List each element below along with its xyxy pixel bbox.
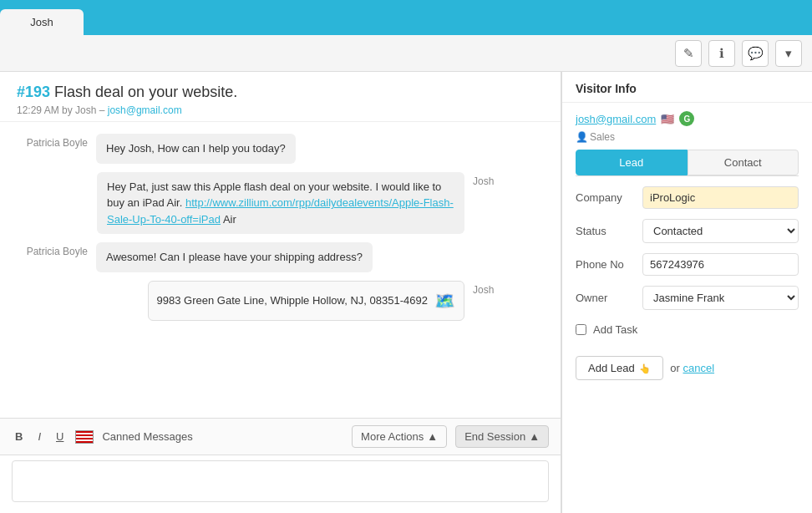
deal-link[interactable]: http://www.zillium.com/rpp/dailydealeven… [107,196,454,226]
more-actions-label: More Actions [361,430,424,443]
add-lead-button[interactable]: Add Lead 👆 [576,356,663,380]
more-actions-icon: ▲ [427,430,438,443]
company-input[interactable] [642,186,799,209]
visitor-tabs: Lead Contact [576,150,799,176]
chat-email-link[interactable]: josh@gmail.com [108,104,182,116]
info-icon: ℹ [719,46,724,61]
browser-icon: G [679,111,694,126]
lead-form: Company Status New Open Contacted Qualif… [562,186,812,387]
message-row: Josh Hey Pat, just saw this Apple flash … [17,172,544,235]
chat-messages: Patricia Boyle Hey Josh, How can I help … [0,122,561,418]
end-session-button[interactable]: End Session ▲ [455,425,549,448]
sender-name: Patricia Boyle [17,134,88,149]
add-task-row: Add Task [576,320,799,339]
end-session-icon: ▲ [529,430,540,443]
message-row: Patricia Boyle Awesome! Can I please hav… [17,242,544,272]
owner-label: Owner [576,292,642,304]
visitor-tag: 👤 Sales [576,131,615,143]
address-icon: 🗺️ [434,288,455,313]
or-text: or cancel [670,362,714,374]
bold-button[interactable]: B [12,429,26,444]
add-task-label: Add Task [593,323,637,336]
owner-row: Owner Jasmine Frank John Smith [576,286,799,310]
flag-icon: 🇺🇸 [661,113,674,125]
chat-subject: Flash deal on your website. [54,84,237,100]
owner-select[interactable]: Jasmine Frank John Smith [642,286,799,310]
ticket-number: #193 [17,84,50,100]
status-row: Status New Open Contacted Qualified Unqu… [576,219,799,243]
message-row: Patricia Boyle Hey Josh, How can I help … [17,134,544,164]
status-label: Status [576,225,642,237]
chat-title: #193 Flash deal on your website. [17,84,544,101]
message-bubble: Awesome! Can I please have your shipping… [96,242,373,272]
visitor-info-header: Visitor Info [562,72,812,103]
icon-bar: ✎ ℹ 💬 ▾ [0,35,812,72]
message-bubble: Hey Josh, How can I help you today? [96,134,296,164]
chat-input-area [0,455,561,513]
visitor-email-row: josh@gmail.com 🇺🇸 G [562,103,812,130]
sender-name: Josh [473,281,544,296]
chat-icon-button[interactable]: 💬 [742,40,769,67]
phone-label: Phone No [576,258,642,271]
canned-messages-button[interactable]: Canned Messages [102,430,192,443]
company-row: Company [576,186,799,209]
chevron-down-icon: ▾ [785,46,792,61]
edit-icon: ✎ [683,46,694,61]
italic-button[interactable]: I [34,429,44,444]
tab-contact[interactable]: Contact [688,150,799,175]
visitor-tags: 👤 Sales [562,130,812,150]
sender-name: Josh [473,172,544,187]
top-bar: Josh [0,0,812,35]
message-bubble: Hey Pat, just saw this Apple flash deal … [97,172,464,235]
chat-header: #193 Flash deal on your website. 12:29 A… [0,72,561,122]
company-label: Company [576,191,642,204]
address-text: 9983 Green Gate Line, Whipple Hollow, NJ… [157,292,428,309]
info-icon-button[interactable]: ℹ [708,40,735,67]
end-session-label: End Session [464,430,525,443]
status-select[interactable]: New Open Contacted Qualified Unqualified [642,219,799,243]
striped-icon [75,430,94,444]
chat-input[interactable] [12,460,549,502]
chat-panel: #193 Flash deal on your website. 12:29 A… [0,72,561,513]
phone-row: Phone No [576,253,799,276]
main-layout: #193 Flash deal on your website. 12:29 A… [0,72,812,513]
more-actions-button[interactable]: More Actions ▲ [352,425,447,448]
tag-icon: 👤 [576,131,588,143]
tab-lead[interactable]: Lead [576,150,688,175]
chat-meta: 12:29 AM by Josh – josh@gmail.com [17,104,544,116]
cancel-link[interactable]: cancel [683,362,714,374]
message-row: Josh 9983 Green Gate Line, Whipple Hollo… [17,281,544,321]
cursor-icon: 👆 [639,363,651,374]
add-task-checkbox[interactable] [576,324,586,335]
chat-toolbar: B I U Canned Messages More Actions ▲ End… [0,418,561,455]
address-bubble: 9983 Green Gate Line, Whipple Hollow, NJ… [148,281,464,321]
sender-name: Patricia Boyle [17,242,88,257]
underline-button[interactable]: U [53,429,67,444]
phone-input[interactable] [642,253,799,276]
dropdown-button[interactable]: ▾ [775,40,802,67]
chat-icon: 💬 [748,46,764,61]
visitor-info-panel: Visitor Info josh@gmail.com 🇺🇸 G 👤 Sales… [561,72,812,513]
tab-josh[interactable]: Josh [0,9,84,35]
edit-icon-button[interactable]: ✎ [675,40,702,67]
visitor-email-link[interactable]: josh@gmail.com [576,113,656,125]
add-lead-row: Add Lead 👆 or cancel [576,349,799,387]
